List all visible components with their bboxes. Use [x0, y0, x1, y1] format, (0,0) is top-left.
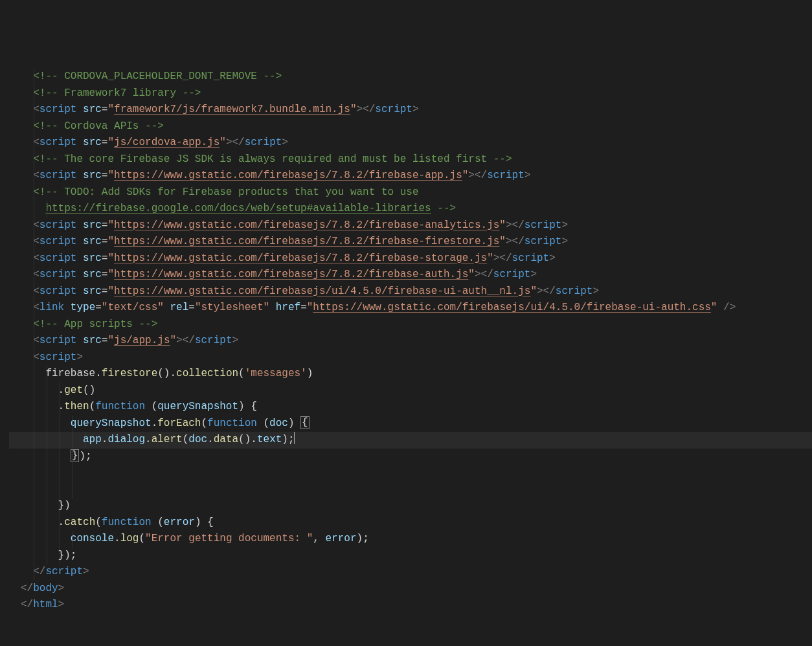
- code-line[interactable]: <script src="https://www.gstatic.com/fir…: [9, 284, 812, 300]
- code-line[interactable]: <script src="https://www.gstatic.com/fir…: [9, 168, 812, 184]
- code-line[interactable]: firebase.firestore().collection('message…: [9, 366, 812, 383]
- code-line[interactable]: .catch(function (error) {: [9, 515, 812, 531]
- code-line[interactable]: [9, 465, 812, 482]
- code-line[interactable]: <link type="text/css" rel="stylesheet" h…: [9, 300, 812, 317]
- code-line[interactable]: .then(function (querySnapshot) {: [9, 399, 812, 416]
- code-line[interactable]: <script>: [9, 350, 812, 366]
- code-line[interactable]: </html>: [9, 597, 812, 614]
- code-line[interactable]: <!-- CORDOVA_PLACEHOLDER_DONT_REMOVE -->: [9, 69, 812, 85]
- code-line[interactable]: <script src="js/app.js"></script>: [9, 333, 812, 350]
- code-line[interactable]: https://firebase.google.com/docs/web/set…: [9, 201, 812, 217]
- code-line[interactable]: <!-- App scripts -->: [9, 317, 812, 333]
- code-line[interactable]: <!-- Framework7 library -->: [9, 85, 812, 102]
- code-line[interactable]: <script src="https://www.gstatic.com/fir…: [9, 267, 812, 284]
- code-line[interactable]: app.dialog.alert(doc.data().text);: [9, 432, 812, 449]
- code-line[interactable]: console.log("Error getting documents: ",…: [9, 531, 812, 548]
- code-line[interactable]: }): [9, 498, 812, 515]
- code-line[interactable]: <script src="https://www.gstatic.com/fir…: [9, 234, 812, 251]
- code-line[interactable]: });: [9, 548, 812, 564]
- code-line[interactable]: });: [9, 449, 812, 465]
- editor-gutter: [0, 66, 9, 646]
- code-line[interactable]: querySnapshot.forEach(function (doc) {: [9, 416, 812, 432]
- code-line[interactable]: <!-- The core Firebase JS SDK is always …: [9, 151, 812, 168]
- code-editor[interactable]: <!-- CORDOVA_PLACEHOLDER_DONT_REMOVE -->…: [0, 66, 812, 646]
- code-line[interactable]: <!-- Cordova APIs -->: [9, 118, 812, 135]
- code-line[interactable]: <script src="js/cordova-app.js"></script…: [9, 135, 812, 151]
- code-line[interactable]: <!-- TODO: Add SDKs for Firebase product…: [9, 184, 812, 201]
- code-line[interactable]: <script src="https://www.gstatic.com/fir…: [9, 217, 812, 234]
- code-line[interactable]: .get(): [9, 383, 812, 399]
- code-area[interactable]: <!-- CORDOVA_PLACEHOLDER_DONT_REMOVE -->…: [9, 66, 812, 646]
- code-line[interactable]: [9, 482, 812, 498]
- code-line[interactable]: <script src="https://www.gstatic.com/fir…: [9, 251, 812, 267]
- code-line[interactable]: </body>: [9, 581, 812, 597]
- code-line[interactable]: <script src="framework7/js/framework7.bu…: [9, 102, 812, 118]
- code-line[interactable]: </script>: [9, 564, 812, 581]
